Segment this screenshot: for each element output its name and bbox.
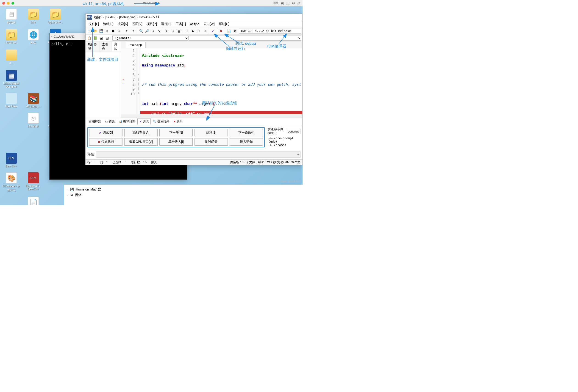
btn-skip[interactable]: 跳过[S] [194,129,228,136]
undo-button[interactable]: ↶ [124,28,130,34]
btab-search[interactable]: 🔍搜索结果 [151,119,171,125]
close-button[interactable]: ✖ [110,28,116,34]
findnext-button[interactable]: ⇥ [150,28,156,34]
members-selector[interactable] [189,36,301,41]
desktop-folder[interactable]: d... [1,49,21,65]
btn-cpuwin[interactable]: 查看CPU窗口[V] [124,138,158,146]
btn-stop[interactable]: ✖停止执行 [89,138,122,146]
explorer-item-home[interactable]: › 💾 Home on 'Mac' (Z [67,187,299,192]
network-icon[interactable]: ⊘ [292,1,295,5]
print-button[interactable]: 🖨 [116,28,122,34]
forward-button[interactable]: ⇥ [170,28,176,34]
menu-file[interactable]: 文件[F] [87,21,101,27]
save-button[interactable]: 💾 [98,28,104,34]
fold-gutter[interactable]: ⊟│││└ [137,48,140,114]
goto-button2[interactable]: ▤ [104,35,110,41]
btab-resources[interactable]: 🗂资源 [103,119,116,125]
new-file-button[interactable]: 📄 [87,28,92,34]
btn-skipfunc[interactable]: 跳过函数 [194,138,228,146]
desktop-folder[interactable]: 📁lego-cable... [45,9,65,25]
btab-close[interactable]: ✖关闭 [172,119,184,125]
btn-stepinto[interactable]: 单步进入[i] [159,138,193,146]
breakpoint-gutter[interactable]: ✔ ➡ [121,48,125,114]
btn-debug[interactable]: ✔调试[D] [89,129,122,136]
desktop-folder[interactable]: 📁rubber-te... [1,29,21,45]
menu-project[interactable]: 项目[P] [145,21,159,27]
stop-button[interactable]: ✖ [218,28,224,34]
replace-button[interactable]: 🔎 [144,28,150,34]
cmd-icon: ▪ [51,35,52,38]
desktop-icon-pc[interactable]: 🖥此电脑 [1,9,21,25]
desktop-icon-ocad[interactable]: 🎨OCad.exe - 快捷方式 [1,173,21,192]
find-button[interactable]: 🔍 [138,28,144,34]
desktop-icon-macfiles[interactable]: Mac Files [1,93,21,108]
menu-tools[interactable]: 工具[T] [174,21,188,27]
tab-debug[interactable]: 调试 [111,42,121,52]
toggle-button[interactable]: ▣ [98,35,104,41]
desktop-icon-devcpp[interactable]: DEVDev-C++ [1,153,21,168]
profile-button[interactable]: 📊 [226,28,232,34]
keyboard-icon[interactable]: ⌨ [273,1,278,5]
tab-project[interactable]: 项目管理 [86,42,100,52]
back-button[interactable]: ⇤ [164,28,170,34]
eval-input[interactable] [96,152,300,158]
redo-button[interactable]: ↷ [130,28,136,34]
main-toolbar: 📄 📂 💾 🗎 ✖ 🖨 ↶ ↷ 🔍 🔎 ⇥ ↘ ⇤ ⇥ ▤ ⊞ ▶ ⊡ ⊞ ✔ [86,27,302,35]
eval-row: 评估: [86,151,302,159]
menu-view[interactable]: 视图[V] [130,21,144,27]
menu-help[interactable]: 帮助[H] [217,21,231,27]
newproj-button[interactable]: 📋 [87,35,92,41]
windows-desktop: 🖥此电脑 📁jelly 📁lego-cable... 📁rubber-te...… [0,6,302,205]
chevron-icon: › [67,194,68,196]
tab-classes[interactable]: 查看类 [100,42,111,52]
settings-icon[interactable]: ⊕ [297,1,300,5]
desktop-icon-winrar[interactable]: 📚ldd_Lego_... [23,93,43,108]
trash-button[interactable]: 🗑 [232,28,238,34]
breakpoint-icon[interactable]: ✔ [121,77,125,82]
desktop-icon-ldd[interactable]: ▦LEGO Digital Designer [1,70,21,88]
bookmark-button[interactable]: ▤ [176,28,182,34]
btn-nextstmt[interactable]: 下一条语句 [230,129,263,136]
cpu-icon[interactable]: ▣ [281,1,284,5]
globals-selector[interactable]: (globals) [112,36,189,41]
code-editor[interactable]: ✔ ➡ 12345678910 ⊟│││└ #include <iostream… [121,48,302,114]
btab-debug[interactable]: ✔调试 [137,119,151,125]
menu-window[interactable]: 窗口[W] [202,21,217,27]
watermark: CSDN @冰冻火山 [280,180,301,183]
desktop-icon-network[interactable]: 🌐网络 [23,29,43,45]
editor-tab-main[interactable]: main.cpp [126,42,146,48]
goto-button[interactable]: ↘ [156,28,162,34]
btn-stepover[interactable]: 下一步[N] [159,129,193,136]
gdb-output: ->->pre-prompt (gdb) ->->prompt [267,135,300,148]
desktop-icon-embarcadero[interactable]: DEVEmbarcad... Dev-C++ [23,173,43,192]
devcpp-titlebar[interactable]: DEV 项目1 - [02.dev] - [Debugging] - Dev-C… [86,14,302,21]
compile-run-button[interactable]: ⊡ [196,28,202,34]
desktop-icon-revupdat[interactable]: 📄Revupdat [23,197,43,205]
close-icon[interactable] [2,2,5,4]
btn-addwatch[interactable]: 添加查看[A] [124,129,158,136]
menu-search[interactable]: 搜索[S] [116,21,130,27]
menu-run[interactable]: 运行[R] [159,21,173,27]
btab-log[interactable]: 📊编译日志 [117,119,137,125]
menu-edit[interactable]: 编辑[E] [101,21,115,27]
desktop-icon-control[interactable]: ⚙控制面板 [23,113,43,128]
run-button[interactable]: ▶ [190,28,196,34]
code-content[interactable]: #include <iostream> using namespace std;… [140,48,302,114]
minimize-icon[interactable] [7,2,10,4]
btab-compiler[interactable]: ⊞编译器 [87,119,103,125]
usb-icon[interactable]: ⬚ [286,1,290,5]
compiler-selector[interactable]: TDM-GCC 4.9.2 64-bit Release [239,28,301,34]
rebuild-button[interactable]: ⊞ [202,28,208,34]
desktop-folder[interactable]: 📁jelly [23,9,43,25]
menu-astyle[interactable]: AStyle [188,22,201,27]
debug-button[interactable]: ✔ [210,28,216,34]
gdb-command-input[interactable] [287,129,300,134]
horizontal-scrollbar[interactable] [121,114,302,118]
btn-intostmt[interactable]: 进入语句 [230,138,263,146]
save-all-button[interactable]: 🗎 [104,28,110,34]
maximize-icon[interactable] [11,2,14,4]
open-button[interactable]: 📂 [93,28,98,34]
insert-button[interactable]: 📗 [93,35,98,41]
explorer-item-network[interactable]: › 🖥 网络 [67,192,299,198]
compile-button[interactable]: ⊞ [184,28,190,34]
